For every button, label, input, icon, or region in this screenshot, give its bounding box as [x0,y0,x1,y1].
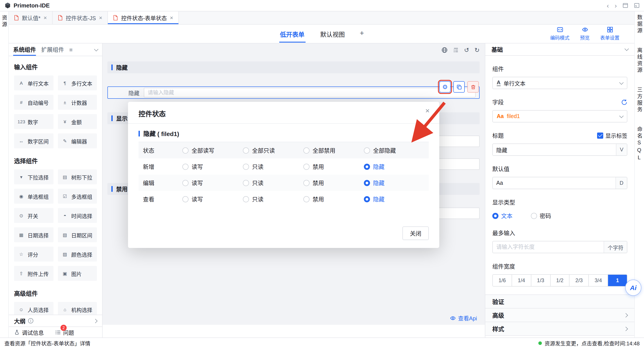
radio-icon[interactable] [243,163,249,170]
show-label-checkbox-row[interactable]: 显示标签 [597,131,627,140]
tab-system-components[interactable]: 系统组件 [13,44,36,56]
section-style[interactable]: 样式 [485,322,634,335]
selected-field-row[interactable]: 隐藏 [108,87,480,99]
default-value-input[interactable] [493,177,616,189]
radio-icon[interactable] [243,180,249,186]
option-hidden-selected[interactable]: 隐藏 [364,179,424,187]
component-item-switch[interactable]: ⊙开关 [14,208,53,223]
radio-selected-icon[interactable] [364,196,370,202]
component-type-select[interactable]: A 单行文本 [492,77,627,89]
component-item-person-picker[interactable]: ☺人员选择 [14,302,53,315]
field-copy-button[interactable] [453,81,465,93]
globe-icon[interactable] [441,47,448,53]
component-item-auto-number[interactable]: #自动编号 [14,95,53,110]
close-icon[interactable]: × [99,15,102,21]
component-item-color-picker[interactable]: ▨颜色选择 [58,247,97,261]
outline-bar[interactable]: 大纲 i [9,315,102,326]
option-hidden-selected[interactable]: 隐藏 [364,162,424,171]
option-readonly[interactable]: 只读 [243,179,303,187]
title-input[interactable] [493,144,616,155]
option-readwrite[interactable]: 读写 [182,195,243,203]
tab-extension-components[interactable]: 扩展组件 [41,44,64,56]
hidden-field-input[interactable] [144,88,476,97]
component-item-date-range[interactable]: ▧日期区间 [58,227,97,242]
component-item-checkbox-group[interactable]: ☑多选框组 [58,189,97,204]
radio-icon[interactable] [182,147,188,153]
form-settings-button[interactable]: 表单设置 [600,26,620,41]
component-item-multi-line-text[interactable]: ¶多行文本 [58,76,97,90]
component-item-radio-group[interactable]: ◉单选框组 [14,189,53,204]
radio-icon[interactable] [243,147,249,153]
debug-info-button[interactable]: 调试信息 [14,328,44,336]
option-all-readonly[interactable]: 全部只读 [243,146,303,154]
nav-back-icon[interactable]: ‹ [607,2,609,9]
field-delete-button[interactable] [467,81,479,93]
close-icon[interactable]: × [44,15,47,21]
option-readwrite[interactable]: 读写 [182,162,243,171]
status-right[interactable]: 资源发生变更，点击查看,检查时间:14:48 [538,339,640,347]
component-item-time-picker[interactable]: ◓时间选择 [58,208,97,223]
radio-icon[interactable] [243,196,249,202]
chevron-down-icon[interactable] [624,47,629,51]
nav-forward-icon[interactable]: › [615,2,617,9]
component-item-number-range[interactable]: ↔数字区间 [14,133,53,148]
option-all-readwrite[interactable]: 全部读写 [182,146,243,154]
rail-item-offline-resources[interactable]: 离线资源 [636,47,643,74]
section-validation[interactable]: 验证 [485,294,634,308]
checkbox-checked-icon[interactable] [597,132,603,138]
rail-item-data-source[interactable]: 数据源 [636,15,643,34]
component-item-single-line-text[interactable]: A单行文本 [14,76,53,90]
radio-icon[interactable] [182,196,188,202]
component-item-rating[interactable]: ☆评分 [14,247,53,261]
display-type-text-option[interactable]: 文本 [492,211,512,220]
view-tab-default-view[interactable]: 默认视图 [319,25,346,43]
redo-icon[interactable]: ↻ [474,47,480,53]
radio-icon[interactable] [364,147,370,153]
option-readonly[interactable]: 只读 [243,162,303,171]
radio-icon[interactable] [303,180,310,186]
view-api-link[interactable]: 查看Api [450,314,477,322]
width-option-2-3[interactable]: 2/3 [569,275,588,286]
option-readonly[interactable]: 只读 [243,195,303,203]
component-item-number[interactable]: 123数字 [14,114,53,129]
component-item-tree-dropdown[interactable]: ▤树形下拉 [58,169,97,184]
component-item-date-picker[interactable]: ▦日期选择 [14,227,53,242]
rail-item-third-party-services[interactable]: 三方服务 [636,87,643,113]
problems-button[interactable]: 问题 2 [55,328,74,336]
section-advanced[interactable]: 高级 [485,308,634,322]
collapse-panel-icon[interactable] [94,47,98,51]
console-icon[interactable] [634,3,640,8]
option-all-hidden[interactable]: 全部隐藏 [364,146,424,154]
default-value-dynamic-button[interactable]: D [616,177,627,189]
modal-close-button[interactable]: 关闭 [402,226,429,240]
width-option-1-3[interactable]: 1/3 [531,275,550,286]
option-disabled[interactable]: 禁用 [303,179,364,187]
chevron-right-icon[interactable] [93,318,98,323]
doc-tab-control-state-form[interactable]: 控件状态-表单状态 × [108,12,179,24]
field-settings-button[interactable]: ⚙ [439,81,451,93]
option-readwrite[interactable]: 读写 [182,179,243,187]
field-name-select[interactable]: Aa filed1 [492,110,627,122]
doc-tab-control-state-js[interactable]: 控件状态-JS × [52,12,108,24]
max-input-field[interactable] [493,241,604,253]
option-disabled[interactable]: 禁用 [303,195,364,203]
window-icon[interactable] [622,3,628,8]
view-tab-low-code-form[interactable]: 低开表单 [279,25,305,43]
refresh-icon[interactable] [621,99,627,105]
radio-icon[interactable] [303,163,310,170]
code-mode-button[interactable]: 编码模式 [550,26,570,41]
width-option-1-6[interactable]: 1/6 [493,275,512,286]
ai-assistant-button[interactable]: Ai [625,279,641,296]
undo-icon[interactable]: ↺ [464,47,469,53]
resources-rail-item[interactable]: 资源 [0,15,8,28]
structure-icon[interactable] [453,47,459,53]
width-option-3-4[interactable]: 3/4 [588,275,608,286]
preview-button[interactable]: 预览 [580,26,590,41]
display-type-password-option[interactable]: 密码 [531,211,551,220]
radio-selected-icon[interactable] [364,180,370,186]
component-item-org-picker[interactable]: ⌂机构选择 [58,302,97,315]
properties-header[interactable]: 基础 [485,44,634,56]
option-disabled[interactable]: 禁用 [303,162,364,171]
option-all-disabled[interactable]: 全部禁用 [303,146,364,154]
option-hidden-selected[interactable]: 隐藏 [364,195,424,203]
